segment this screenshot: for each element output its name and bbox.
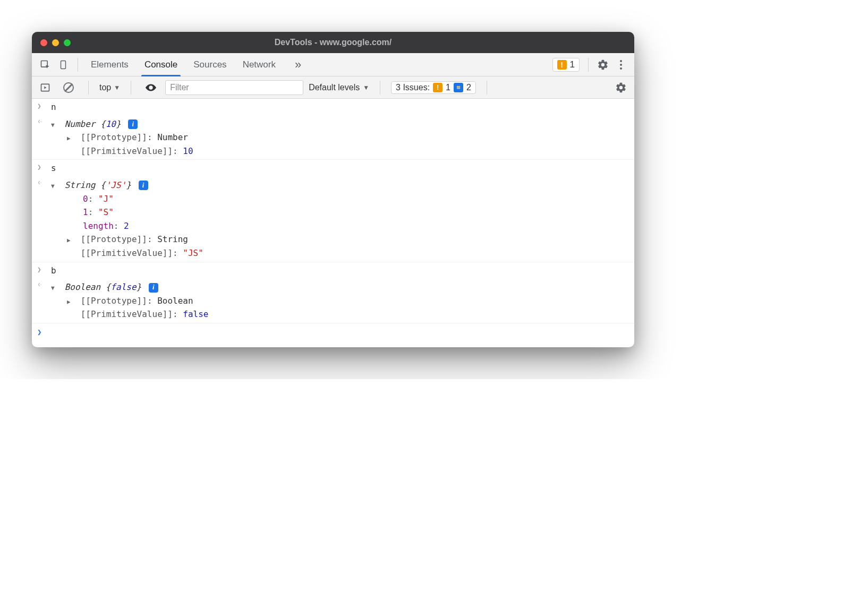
warning-icon: ! [557, 60, 567, 70]
info-icon[interactable]: i [128, 119, 138, 129]
input-marker-icon [37, 264, 51, 278]
input-marker-icon [37, 100, 51, 114]
input-expression: b [51, 264, 629, 278]
info-icon[interactable]: i [149, 283, 158, 293]
warnings-chip[interactable]: ! 1 [552, 58, 580, 72]
object-header[interactable]: Boolean {false} i [51, 280, 629, 294]
expand-toggle-icon[interactable] [51, 120, 58, 130]
tab-sources[interactable]: Sources [193, 53, 226, 76]
prop-key: [[Prototype]] [81, 296, 147, 306]
console-prompt[interactable] [32, 323, 634, 347]
prop-value: "J" [98, 194, 114, 204]
prop-key: [[Prototype]] [81, 132, 147, 142]
svg-marker-3 [44, 86, 46, 89]
console-settings-icon[interactable] [613, 80, 629, 96]
prop-key: [[PrimitiveValue]] [81, 146, 173, 156]
prop-key: [[PrimitiveValue]] [81, 248, 173, 258]
chevron-down-icon: ▼ [114, 84, 120, 91]
object-type: Boolean [65, 282, 100, 292]
divider [131, 81, 131, 95]
issues-label: 3 Issues: [396, 83, 430, 92]
info-icon[interactable]: i [139, 181, 148, 190]
prop-key: 1 [83, 207, 88, 217]
divider [588, 58, 589, 72]
prop-key: [[Prototype]] [81, 234, 147, 244]
clear-console-icon[interactable] [61, 80, 76, 96]
console-body: n Number {10} i [[Prototype]]: Number [32, 99, 634, 347]
prompt-input[interactable] [51, 327, 629, 337]
object-property: [[PrimitiveValue]]: false [67, 307, 629, 321]
prompt-marker-icon [37, 327, 51, 337]
settings-icon[interactable] [595, 57, 611, 73]
window-title: DevTools - www.google.com/ [32, 38, 634, 47]
input-marker-icon [37, 161, 51, 175]
input-expression: n [51, 100, 629, 114]
expand-toggle-icon[interactable] [67, 133, 74, 143]
tab-elements[interactable]: Elements [91, 53, 129, 76]
expand-toggle-icon[interactable] [67, 235, 74, 245]
main-toolbar: Elements Console Sources Network » ! 1 [32, 53, 634, 76]
context-label: top [99, 83, 111, 92]
console-input-row[interactable]: n [32, 99, 634, 116]
expand-toggle-icon[interactable] [51, 283, 58, 293]
object-property: 0: "J" [67, 192, 629, 206]
chevron-down-icon: ▼ [363, 84, 369, 91]
panel-tabs: Elements Console Sources Network [83, 53, 283, 76]
device-toggle-icon[interactable] [55, 57, 71, 73]
divider [380, 81, 380, 95]
object-property[interactable]: [[Prototype]]: Boolean [67, 294, 629, 308]
input-expression: s [51, 161, 629, 175]
output-marker-icon [37, 178, 51, 260]
object-literal: false [110, 282, 136, 292]
object-header[interactable]: Number {10} i [51, 117, 629, 131]
expand-toggle-icon[interactable] [51, 181, 58, 191]
traffic-lights [32, 39, 71, 46]
inspect-element-icon[interactable] [37, 57, 53, 73]
object-property: [[PrimitiveValue]]: "JS" [67, 246, 629, 260]
prop-value: "JS" [183, 248, 203, 258]
prop-value: Number [157, 132, 188, 142]
console-input-row[interactable]: s [32, 160, 634, 177]
object-type: String [65, 180, 96, 190]
info-icon: ≡ [454, 83, 463, 92]
expand-toggle-icon[interactable] [67, 297, 74, 307]
prop-value: 2 [124, 221, 129, 231]
toggle-sidebar-icon[interactable] [37, 80, 53, 96]
console-output-row[interactable]: Number {10} i [[Prototype]]: Number [[Pr… [32, 116, 634, 160]
prop-value: "S" [98, 207, 114, 217]
minimize-window-button[interactable] [52, 39, 59, 46]
filter-input[interactable]: Filter [165, 80, 303, 95]
object-property: length: 2 [67, 219, 629, 233]
console-output-row[interactable]: Boolean {false} i [[Prototype]]: Boolean… [32, 279, 634, 323]
tab-network[interactable]: Network [243, 53, 276, 76]
live-expression-icon[interactable] [143, 80, 159, 96]
object-header[interactable]: String {'JS'} i [51, 178, 629, 192]
levels-label: Default levels [309, 83, 360, 92]
prop-value: Boolean [157, 296, 193, 306]
prop-value: false [183, 309, 208, 319]
more-tabs-icon[interactable]: » [295, 58, 301, 72]
prop-value: String [157, 234, 188, 244]
prop-key: [[PrimitiveValue]] [81, 309, 173, 319]
tab-console[interactable]: Console [144, 53, 177, 76]
context-selector[interactable]: top ▼ [99, 83, 120, 92]
kebab-menu-icon[interactable] [613, 57, 629, 73]
divider [88, 81, 89, 95]
maximize-window-button[interactable] [64, 39, 71, 46]
output-marker-icon [37, 280, 51, 321]
prop-key: length [83, 221, 114, 231]
svg-point-6 [40, 284, 41, 285]
object-property[interactable]: [[Prototype]]: Number [67, 131, 629, 144]
console-toolbar: top ▼ Filter Default levels ▼ 3 Issues: … [32, 76, 634, 99]
svg-point-4 [40, 121, 41, 122]
log-levels-selector[interactable]: Default levels ▼ [309, 83, 369, 92]
object-property: 1: "S" [67, 205, 629, 219]
object-literal: 10 [106, 119, 116, 129]
console-input-row[interactable]: b [32, 262, 634, 279]
close-window-button[interactable] [40, 39, 47, 46]
object-property[interactable]: [[Prototype]]: String [67, 233, 629, 246]
warning-count: 1 [570, 59, 575, 70]
issues-chip[interactable]: 3 Issues: ! 1 ≡ 2 [391, 81, 476, 94]
console-output-row[interactable]: String {'JS'} i 0: "J" 1: "S" length: 2 [32, 177, 634, 262]
issues-warn-count: 1 [446, 83, 450, 92]
